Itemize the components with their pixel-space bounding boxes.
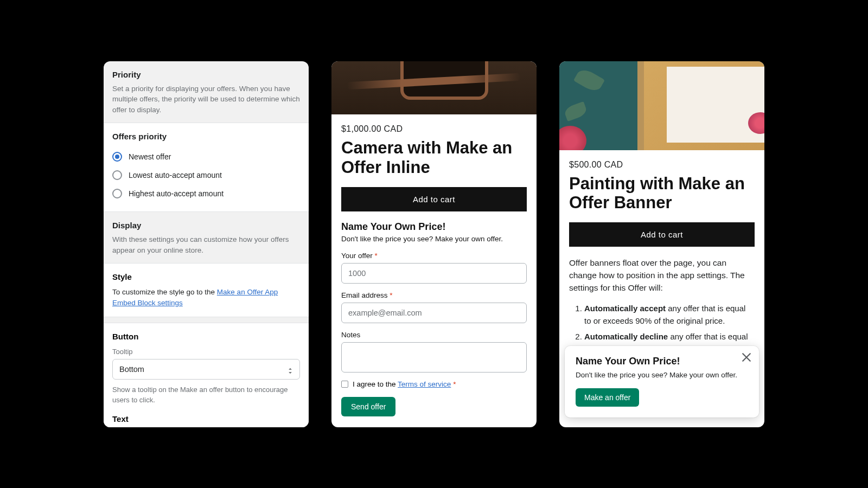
floating-offer-banner: Name Your Own Price! Don't like the pric… xyxy=(565,346,759,418)
terms-row[interactable]: I agree to the Terms of service * xyxy=(341,380,527,388)
flower-decor xyxy=(748,112,764,134)
tooltip-help: Show a tooltip on the Make an offer butt… xyxy=(112,385,300,406)
required-asterisk: * xyxy=(375,252,378,260)
checkbox-icon[interactable] xyxy=(341,381,348,388)
make-an-offer-button[interactable]: Make an offer xyxy=(576,388,639,407)
offer-subheading: Don't like the price you see? Make your … xyxy=(341,235,527,243)
style-block: Style To customize the style go to the M… xyxy=(104,263,309,317)
priority-title: Priority xyxy=(112,70,300,79)
radio-label: Highest auto-accept amount xyxy=(129,189,224,198)
section-gap xyxy=(104,317,309,323)
notes-label: Notes xyxy=(341,331,527,339)
style-title: Style xyxy=(112,272,300,281)
radio-lowest-auto-accept[interactable]: Lowest auto-accept amount xyxy=(112,166,300,184)
close-icon[interactable] xyxy=(742,352,751,362)
float-title: Name Your Own Price! xyxy=(576,356,748,367)
add-to-cart-button[interactable]: Add to cart xyxy=(341,187,527,211)
priority-header: Priority Set a priority for displaying y… xyxy=(104,61,309,123)
required-asterisk: * xyxy=(390,291,392,299)
banner-description: Offer banners float over the page, you c… xyxy=(569,256,755,294)
rule-bold: Automatically decline xyxy=(584,332,668,341)
your-offer-value: 1000 xyxy=(348,269,366,278)
your-offer-label: Your offer * xyxy=(341,252,527,260)
product-inline-card: $1,000.00 CAD Camera with Make an Offer … xyxy=(331,61,537,427)
select-caret-icon xyxy=(288,367,293,372)
terms-link[interactable]: Terms of service xyxy=(398,380,451,388)
tooltip-value: Bottom xyxy=(119,365,144,374)
send-offer-button[interactable]: Send offer xyxy=(341,397,395,416)
product-image-painting xyxy=(559,61,764,150)
display-desc: With these settings you can customize ho… xyxy=(112,234,300,255)
offers-priority-block: Offers priority Newest offer Lowest auto… xyxy=(104,123,309,212)
leaf-decor xyxy=(573,66,605,94)
style-text: To customize the style go to the Make an… xyxy=(112,287,300,308)
offer-heading: Name Your Own Price! xyxy=(341,221,527,233)
priority-desc: Set a priority for displaying your offer… xyxy=(112,84,300,115)
email-input[interactable]: example@email.com xyxy=(341,303,527,323)
product-banner-card: $500.00 CAD Painting with Make an Offer … xyxy=(559,61,764,427)
email-label: Email address * xyxy=(341,291,527,299)
radio-label: Newest offer xyxy=(129,152,171,161)
notes-input[interactable] xyxy=(341,342,527,373)
display-title: Display xyxy=(112,221,300,230)
button-title: Button xyxy=(112,332,300,341)
flower-decor xyxy=(559,126,586,150)
product-title: Camera with Make an Offer Inline xyxy=(341,138,527,177)
product-body: $1,000.00 CAD Camera with Make an Offer … xyxy=(331,114,537,427)
tooltip-label: Tooltip xyxy=(112,348,300,356)
product-price: $500.00 CAD xyxy=(569,160,755,170)
radio-icon xyxy=(112,189,122,198)
product-price: $1,000.00 CAD xyxy=(341,124,527,134)
radio-newest-offer[interactable]: Newest offer xyxy=(112,147,300,166)
radio-icon xyxy=(112,170,122,180)
tooltip-select[interactable]: Bottom xyxy=(112,359,300,380)
product-title: Painting with Make an Offer Banner xyxy=(569,174,755,213)
leaf-decor xyxy=(563,101,588,121)
list-item: Automatically accept any offer that is e… xyxy=(584,302,755,328)
radio-highest-auto-accept[interactable]: Highest auto-accept amount xyxy=(112,184,300,203)
display-header: Display With these settings you can cust… xyxy=(104,212,309,263)
offers-priority-title: Offers priority xyxy=(112,132,300,141)
rule-bold: Automatically accept xyxy=(584,304,666,313)
button-block: Button Tooltip Bottom Show a tooltip on … xyxy=(104,323,309,427)
email-placeholder: example@email.com xyxy=(348,309,422,317)
product-body: $500.00 CAD Painting with Make an Offer … xyxy=(559,150,764,370)
add-to-cart-button[interactable]: Add to cart xyxy=(569,222,755,247)
float-subtitle: Don't like the price you see? Make your … xyxy=(576,370,748,381)
text-title: Text xyxy=(112,414,300,423)
settings-panel: Priority Set a priority for displaying y… xyxy=(104,61,309,427)
agree-text: I agree to the Terms of service * xyxy=(353,380,456,388)
radio-icon xyxy=(112,152,122,162)
product-image-camera xyxy=(331,61,537,115)
required-asterisk: * xyxy=(453,380,456,388)
radio-label: Lowest auto-accept amount xyxy=(129,171,222,179)
your-offer-input[interactable]: 1000 xyxy=(341,263,527,284)
style-pre: To customize the style go to the xyxy=(112,288,217,296)
